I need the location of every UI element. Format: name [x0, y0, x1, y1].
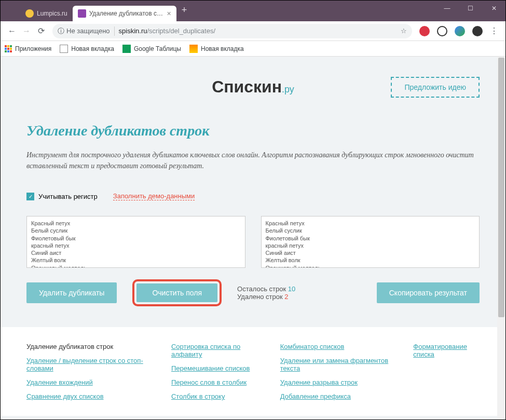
footer-link[interactable]: Комбинатор списков — [280, 343, 393, 350]
suggest-idea-button[interactable]: Предложить идею — [391, 77, 480, 98]
footer-link[interactable]: Добавление префикса — [280, 392, 393, 400]
checkbox-label: Учитывать регистр — [38, 193, 98, 200]
bookmark-item[interactable]: Новая вкладка — [189, 45, 244, 53]
apps-button[interactable]: Приложения — [5, 45, 51, 52]
url-field[interactable]: ⓘ Не защищено spiskin.ru/scripts/del_dup… — [52, 24, 412, 38]
security-info[interactable]: ⓘ Не защищено — [58, 26, 115, 36]
menu-icon[interactable]: ⋮ — [490, 26, 498, 36]
footer-link[interactable]: Удаление разрыва строк — [280, 378, 393, 386]
demo-data-link[interactable]: Заполнить демо-данными — [113, 192, 195, 200]
reload-button[interactable]: ⟳ — [34, 24, 48, 38]
footer-link[interactable]: Столбик в строку — [171, 392, 259, 400]
copy-result-button[interactable]: Скопировать результат — [377, 282, 480, 303]
back-button[interactable]: ← — [5, 24, 19, 38]
text-columns — [26, 216, 480, 270]
close-window-button[interactable]: ✕ — [482, 1, 505, 16]
bookmark-item[interactable]: Google Таблицы — [122, 45, 181, 53]
checkbox-icon: ✓ — [26, 193, 34, 200]
info-icon: ⓘ — [58, 26, 64, 36]
case-sensitive-checkbox[interactable]: ✓ Учитывать регистр — [26, 193, 98, 200]
footer-link[interactable]: Форматирование списка — [413, 343, 480, 358]
bookmarks-bar: Приложения Новая вкладка Google Таблицы … — [1, 41, 505, 57]
footer-link[interactable]: Удаление / выделение строк со стоп-слова… — [26, 357, 151, 372]
actions-row: Удалить дубликаты Очистить поля Осталось… — [26, 279, 480, 306]
extension-icons: ⋮ — [416, 26, 501, 36]
url-text: spiskin.ru/scripts/del_duplicates/ — [119, 27, 215, 35]
scrollbar-thumb[interactable] — [498, 58, 504, 317]
tab-title: Lumpics.ru — [37, 10, 67, 17]
address-bar: ← → ⟳ ⓘ Не защищено spiskin.ru/scripts/d… — [1, 21, 505, 41]
footer-link[interactable]: Сравнение двух списков — [26, 392, 151, 400]
forward-button[interactable]: → — [19, 24, 34, 38]
tab-title: Удаление дубликатов строк - у... — [89, 10, 164, 17]
site-logo[interactable]: Спискин.ру — [212, 77, 294, 97]
browser-tab[interactable]: Lumpics.ru — [20, 6, 73, 21]
star-icon[interactable]: ☆ — [401, 27, 407, 35]
remaining-count: 10 — [288, 285, 295, 293]
browser-tab-active[interactable]: Удаление дубликатов строк - у... × — [73, 6, 176, 21]
footer-link[interactable]: Перенос слов в столбик — [171, 378, 259, 386]
security-label: Не защищено — [66, 27, 110, 35]
extension-icon[interactable] — [437, 26, 447, 36]
apps-grid-icon — [5, 45, 12, 52]
window-controls: ― ☐ ✕ — [435, 1, 505, 16]
browser-titlebar: Lumpics.ru Удаление дубликатов строк - у… — [1, 1, 505, 21]
minimize-button[interactable]: ― — [435, 1, 459, 16]
page-header: Спискин.ру Предложить идею — [26, 77, 480, 97]
new-tab-button[interactable]: + — [176, 5, 193, 16]
clear-button-highlight: Очистить поля — [132, 279, 222, 306]
footer-link[interactable]: Перемешивание списков — [171, 364, 259, 372]
profile-avatar[interactable] — [472, 26, 483, 36]
extension-icon[interactable] — [455, 26, 465, 36]
stats-block: Осталось строк 10 Удалено строк 2 — [237, 285, 361, 301]
page-icon — [189, 45, 198, 53]
footer-heading: Удаление дубликатов строк — [26, 343, 151, 350]
sheets-icon — [122, 45, 131, 53]
tab-favicon — [25, 9, 34, 18]
bookmark-item[interactable]: Новая вкладка — [60, 45, 114, 53]
footer-link[interactable]: Удаление или замена фрагментов текста — [280, 357, 393, 372]
footer-links: Удаление дубликатов строк Удаление / выд… — [1, 327, 505, 416]
removed-count: 2 — [284, 293, 288, 301]
footer-link[interactable]: Удаление вхождений — [26, 378, 151, 386]
remove-duplicates-button[interactable]: Удалить дубликаты — [26, 282, 117, 303]
maximize-button[interactable]: ☐ — [459, 1, 482, 16]
options-row: ✓ Учитывать регистр Заполнить демо-данны… — [26, 192, 480, 200]
page-description: Инструмент для построчного удаления дубл… — [26, 150, 480, 171]
input-textarea[interactable] — [26, 216, 245, 268]
tab-favicon — [78, 9, 86, 18]
scrollbar[interactable] — [497, 57, 505, 420]
output-textarea[interactable] — [261, 216, 480, 268]
page-icon — [60, 45, 68, 53]
extension-icon[interactable] — [419, 26, 430, 36]
page-title: Удаление дубликатов строк — [26, 123, 480, 139]
page-content: Спискин.ру Предложить идею Удаление дубл… — [1, 57, 505, 420]
close-icon[interactable]: × — [167, 9, 171, 18]
footer-link[interactable]: Сортировка списка по алфавиту — [171, 343, 259, 358]
clear-fields-button[interactable]: Очистить поля — [136, 283, 217, 302]
